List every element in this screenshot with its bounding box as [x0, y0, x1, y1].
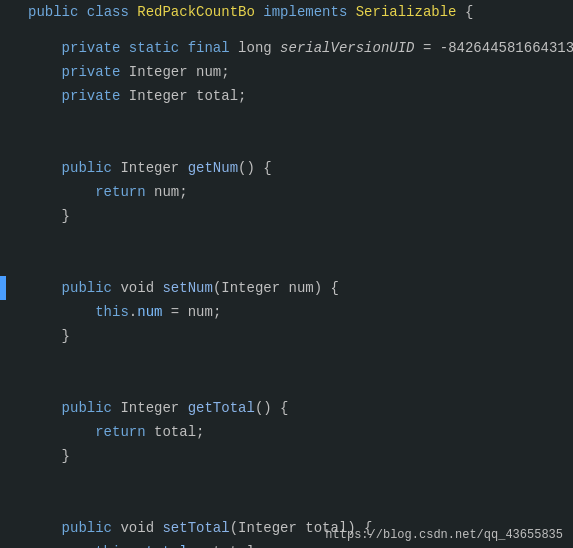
line-indicator-gettotal	[0, 396, 6, 420]
line-indicator-serial	[0, 36, 6, 60]
line-indicator-return-total	[0, 420, 6, 444]
line-settotal-text: public void setTotal(Integer total) {	[8, 520, 373, 536]
code-line-close-2: }	[0, 324, 573, 348]
line-close-2-text: }	[8, 328, 70, 344]
line-close-3-text: }	[8, 448, 70, 464]
code-line-setnum: public void setNum(Integer num) {	[0, 276, 573, 300]
line-num-text: private Integer num;	[8, 64, 230, 80]
line-serial-text: private static final long serialVersionU…	[8, 40, 573, 56]
line-gettotal-text: public Integer getTotal() {	[8, 400, 288, 416]
code-line-blank-5	[0, 252, 573, 276]
line-indicator-total	[0, 84, 6, 108]
line-this-num-text: this.num = num;	[8, 304, 221, 320]
line-return-total-text: return total;	[8, 424, 204, 440]
code-editor: public class RedPackCountBo implements S…	[0, 0, 573, 548]
code-line-getnum: public Integer getNum() {	[0, 156, 573, 180]
line-indicator-close-1	[0, 204, 6, 228]
code-line-blank-2	[0, 108, 573, 132]
code-line-close-1: }	[0, 204, 573, 228]
line-return-num-text: return num;	[8, 184, 188, 200]
line-indicator-1	[0, 0, 6, 24]
code-line-blank-3	[0, 132, 573, 156]
line-indicator-close-3	[0, 444, 6, 468]
line-close-1-text: }	[8, 208, 70, 224]
line-indicator-this-total	[0, 540, 6, 548]
code-line-close-3: }	[0, 444, 573, 468]
line-setnum-text: public void setNum(Integer num) {	[8, 280, 339, 296]
code-line-num: private Integer num;	[0, 60, 573, 84]
line-indicator-num	[0, 60, 6, 84]
line-indicator-setnum	[0, 276, 6, 300]
code-line-1: public class RedPackCountBo implements S…	[0, 0, 573, 24]
code-line-blank-8	[0, 468, 573, 492]
line-1-text: public class RedPackCountBo implements S…	[8, 4, 473, 20]
url-text: https://blog.csdn.net/qq_43655835	[325, 528, 563, 542]
line-total-text: private Integer total;	[8, 88, 246, 104]
line-this-total-text: this. total = total;	[8, 544, 263, 548]
line-indicator-settotal	[0, 516, 6, 540]
code-line-total: private Integer total;	[0, 84, 573, 108]
url-bar: https://blog.csdn.net/qq_43655835	[325, 526, 563, 542]
code-line-this-num: this.num = num;	[0, 300, 573, 324]
line-indicator-this-num	[0, 300, 6, 324]
code-line-return-num: return num;	[0, 180, 573, 204]
code-line-blank-4	[0, 228, 573, 252]
code-line-serial: private static final long serialVersionU…	[0, 36, 573, 60]
code-line-blank-6	[0, 348, 573, 372]
code-line-blank-1	[0, 24, 573, 36]
line-indicator-return-num	[0, 180, 6, 204]
line-getnum-text: public Integer getNum() {	[8, 160, 272, 176]
code-line-blank-9	[0, 492, 573, 516]
line-indicator-getnum	[0, 156, 6, 180]
line-indicator-close-2	[0, 324, 6, 348]
code-line-blank-7	[0, 372, 573, 396]
code-line-gettotal: public Integer getTotal() {	[0, 396, 573, 420]
code-line-return-total: return total;	[0, 420, 573, 444]
